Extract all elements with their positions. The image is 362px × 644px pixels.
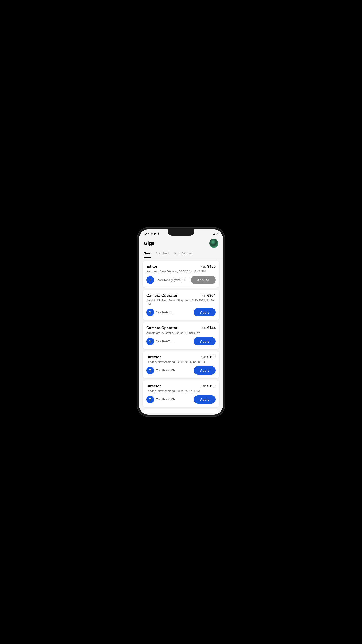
time-display: 4:47	[144, 232, 149, 235]
apply-button[interactable]: Apply	[194, 308, 216, 316]
gig-location: Abbotsford, Australia, 3/28/2024, 9:19 P…	[146, 331, 216, 334]
gig-card-header: Editor NZD $450	[146, 264, 216, 269]
gig-card: Camera Operator EUR €144 Abbotsford, Aus…	[143, 322, 219, 349]
gig-location: London, New Zealand, 1/1/2025, 1:00 AM	[146, 389, 216, 393]
gig-location: Auckland, New Zealand, 5/25/2024, 12:12 …	[146, 270, 216, 273]
gig-title: Camera Operator	[146, 413, 177, 413]
gig-list: Editor NZD $450 Auckland, New Zealand, 5…	[139, 258, 223, 413]
gig-card-header: Camera Operator NZD $215	[146, 413, 216, 413]
app-header: Gigs	[139, 236, 223, 250]
brand-name: Yas Test/Ent1	[156, 310, 174, 314]
brand-name: Test Brand-CH	[156, 369, 175, 372]
status-bar-left: 4:47 ⚙ ▶ ⬇	[144, 232, 160, 235]
gig-card: Director NZD $190 London, New Zealand, 1…	[143, 351, 219, 378]
gig-title: Editor	[146, 264, 157, 269]
play-icon: ▶	[154, 232, 156, 235]
brand-avatar: T	[146, 276, 154, 284]
gig-card: Editor NZD $450 Auckland, New Zealand, 5…	[143, 261, 219, 288]
gig-price: NZD $215	[201, 413, 216, 413]
gig-footer: T Test Brand-CH Apply	[146, 395, 216, 404]
gig-card-header: Director NZD $190	[146, 355, 216, 359]
gig-card-header: Camera Operator EUR €304	[146, 294, 216, 298]
avatar[interactable]	[209, 239, 218, 248]
gig-title: Camera Operator	[146, 326, 177, 330]
signal-icon: △	[216, 232, 218, 235]
gig-title: Director	[146, 355, 161, 359]
gig-footer: Y Yas Test/Ent1 Apply	[146, 308, 216, 316]
gig-footer: Y Yas Test/Ent1 Apply	[146, 337, 216, 346]
brand-avatar: Y	[146, 338, 154, 345]
tab-not-matched[interactable]: Not Matched	[174, 250, 193, 258]
brand-info: T Test Brand-CH	[146, 367, 175, 374]
gig-card: Director NZD $190 London, New Zealand, 1…	[143, 380, 219, 407]
status-bar-right: ▲ △	[213, 232, 218, 235]
brand-avatar: Y	[146, 308, 154, 316]
brand-name: Test Brand-CH	[156, 398, 175, 401]
gig-card-partial: Camera Operator NZD $215 Auckland, New Z…	[143, 410, 219, 413]
gig-price: EUR €144	[201, 326, 216, 330]
brand-avatar: T	[146, 396, 154, 404]
tab-bar: New Matched Not Matched	[139, 250, 223, 258]
gig-card-header: Camera Operator EUR €144	[146, 326, 216, 330]
app-content: Gigs New Matched Not Matched Editor	[139, 236, 223, 413]
apply-button[interactable]: Apply	[194, 395, 216, 404]
applied-button[interactable]: Applied	[191, 276, 216, 284]
tab-new[interactable]: New	[144, 250, 151, 258]
gig-card-header: Director NZD $190	[146, 384, 216, 388]
brand-info: T Test Brand-CH	[146, 396, 175, 404]
gig-title: Camera Operator	[146, 294, 177, 298]
brand-name: Yas Test/Ent1	[156, 340, 174, 343]
gig-title: Director	[146, 384, 161, 388]
brand-info: Y Yas Test/Ent1	[146, 338, 174, 345]
gig-location: Ang Mo Kio New Town, Singapore, 3/30/202…	[146, 299, 216, 306]
apply-button[interactable]: Apply	[194, 366, 216, 374]
gig-price: NZD $190	[201, 355, 216, 359]
apply-button[interactable]: Apply	[194, 337, 216, 346]
brand-info: Y Yas Test/Ent1	[146, 308, 174, 316]
gig-price: NZD $190	[201, 384, 216, 388]
brand-info: T Test Brand (Flybnb) PL	[146, 276, 186, 284]
avatar-image	[209, 239, 218, 248]
gig-card: Camera Operator EUR €304 Ang Mo Kio New …	[143, 290, 219, 320]
settings-icon: ⚙	[150, 232, 153, 235]
brand-avatar: T	[146, 367, 154, 374]
gig-location: London, New Zealand, 12/31/2024, 12:00 P…	[146, 360, 216, 364]
download-icon: ⬇	[158, 232, 160, 235]
page-title: Gigs	[144, 240, 155, 246]
gig-footer: T Test Brand (Flybnb) PL Applied	[146, 276, 216, 284]
phone-frame: 4:47 ⚙ ▶ ⬇ ▲ △ Gigs New Matched Not Matc…	[137, 228, 225, 416]
brand-name: Test Brand (Flybnb) PL	[156, 278, 186, 282]
gig-footer: T Test Brand-CH Apply	[146, 366, 216, 374]
gig-price: EUR €304	[201, 294, 216, 298]
tab-matched[interactable]: Matched	[156, 250, 169, 258]
gig-price: NZD $450	[201, 264, 216, 269]
status-bar: 4:47 ⚙ ▶ ⬇ ▲ △	[139, 230, 223, 236]
wifi-icon: ▲	[213, 232, 215, 235]
